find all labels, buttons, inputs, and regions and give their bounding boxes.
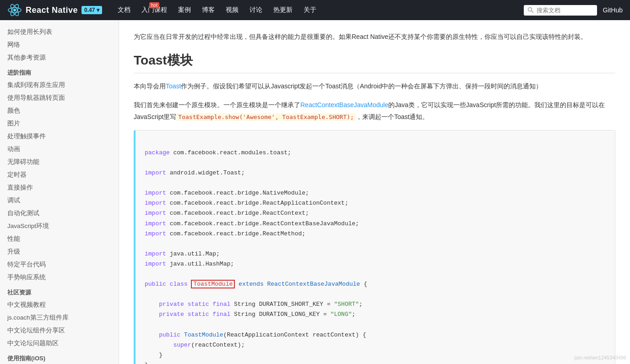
logo-area: React Native 0.47 ▾	[7, 3, 102, 17]
svg-point-0	[13, 9, 16, 11]
nav-docs[interactable]: 文档	[113, 4, 135, 16]
sidebar-item-navigator[interactable]: 使用导航器跳转页面	[0, 92, 119, 104]
sidebar-item-forum-help[interactable]: 中文论坛问题助区	[0, 337, 119, 350]
sidebar-item-platform-code[interactable]: 特定平台代码	[0, 258, 119, 271]
sidebar-item-touch[interactable]: 处理触摸事件	[0, 130, 119, 143]
sidebar-item-direct-op[interactable]: 直接操作	[0, 181, 119, 194]
nav-blog[interactable]: 博客	[197, 4, 219, 16]
search-area	[524, 5, 597, 16]
watermark: jsin.net/wn1245343496	[575, 355, 626, 360]
sidebar-item-js-env[interactable]: JavaScript环境	[0, 220, 119, 233]
version-badge[interactable]: 0.47 ▾	[81, 6, 102, 14]
section-title-advanced: 进阶指南	[0, 64, 119, 79]
sidebar-item-long-list[interactable]: 如何使用长列表	[0, 26, 119, 38]
section-title-community: 社区资源	[0, 284, 119, 299]
nav-updates[interactable]: 热更新	[269, 4, 297, 16]
sidebar-item-autotest[interactable]: 自动化测试	[0, 207, 119, 220]
code-block: package com.facebook.react.modules.toast…	[134, 130, 615, 364]
sidebar-item-upgrade[interactable]: 升级	[0, 245, 119, 258]
main-content: 为它应当在日常开发的过程中经常出现，但具备这样的能力是很重要的。如果React …	[119, 20, 630, 364]
section-heading-toast: Toast模块	[134, 52, 615, 73]
svg-point-4	[528, 8, 532, 11]
toast-link-1[interactable]: Toast	[166, 82, 181, 90]
site-header: React Native 0.47 ▾ 文档 hot 入门课程 案例 博客 视频…	[0, 0, 630, 20]
sidebar-item-gesture[interactable]: 手势响应系统	[0, 271, 119, 284]
intro-paragraph: 为它应当在日常开发的过程中经常出现，但具备这样的能力是很重要的。如果React …	[134, 31, 615, 43]
sidebar-item-video-cn[interactable]: 中文视频教程	[0, 299, 119, 311]
sidebar-item-debug[interactable]: 调试	[0, 194, 119, 207]
sidebar-item-other-ref[interactable]: 其他参考资源	[0, 51, 119, 64]
section-title-ios: 使用指南(iOS)	[0, 350, 119, 364]
body-para-2: 我们首先来创建一个原生模块。一个原生模块是一个继承了ReactContextBa…	[134, 99, 615, 122]
search-icon	[527, 7, 534, 13]
nav-about[interactable]: 关于	[299, 4, 321, 16]
main-nav: 文档 hot 入门课程 案例 博客 视频 讨论 热更新 关于	[113, 4, 524, 16]
sidebar-item-forum-share[interactable]: 中文论坛组件分享区	[0, 324, 119, 337]
sidebar: 如何使用长列表 网络 其他参考资源 进阶指南 集成到现有原生应用 使用导航器跳转…	[0, 20, 119, 364]
github-link[interactable]: GitHub	[603, 6, 623, 14]
sidebar-item-network[interactable]: 网络	[0, 38, 119, 51]
sidebar-item-js-coach[interactable]: js.coach第三方组件库	[0, 311, 119, 324]
sidebar-item-image[interactable]: 图片	[0, 117, 119, 130]
nav-intro[interactable]: hot 入门课程	[137, 4, 172, 16]
react-logo-icon	[7, 3, 22, 17]
sidebar-item-perf[interactable]: 性能	[0, 233, 119, 245]
svg-line-5	[532, 11, 534, 13]
sidebar-item-integrate[interactable]: 集成到现有原生应用	[0, 79, 119, 92]
page-wrapper: 如何使用长列表 网络 其他参考资源 进阶指南 集成到现有原生应用 使用导航器跳转…	[0, 20, 630, 364]
sidebar-item-animation[interactable]: 动画	[0, 143, 119, 156]
sidebar-item-accessibility[interactable]: 无障碍功能	[0, 156, 119, 168]
nav-cases[interactable]: 案例	[174, 4, 196, 16]
sidebar-item-color[interactable]: 颜色	[0, 104, 119, 117]
search-input[interactable]	[537, 7, 592, 14]
body-para-1: 本向导会用Toast作为例子。假设我们希望可以从Javascript发起一个To…	[134, 81, 615, 92]
react-context-link[interactable]: ReactContextBaseJavaModule	[300, 101, 388, 109]
sidebar-item-timer[interactable]: 定时器	[0, 168, 119, 181]
toast-example-code: ToastExample.show('Awesome', ToastExampl…	[176, 113, 356, 121]
nav-discuss[interactable]: 讨论	[245, 4, 267, 16]
nav-video[interactable]: 视频	[221, 4, 243, 16]
site-title: React Native	[26, 5, 78, 15]
hot-badge: hot	[149, 2, 159, 8]
